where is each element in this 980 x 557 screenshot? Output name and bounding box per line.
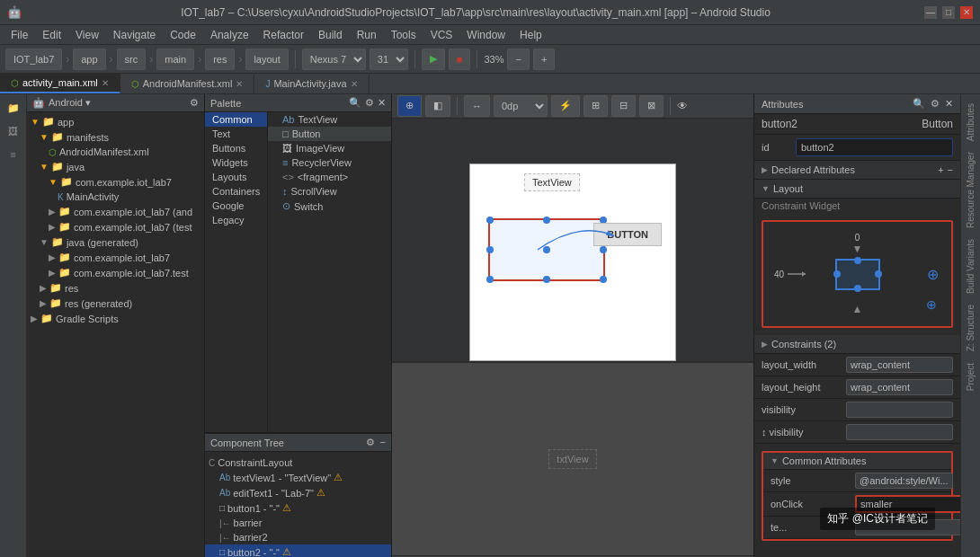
- palette-close-icon[interactable]: ✕: [378, 97, 386, 109]
- resize-handle-mr[interactable]: [600, 246, 607, 253]
- add-constraint-plus[interactable]: ⊕: [926, 297, 937, 312]
- menu-analyze[interactable]: Analyze: [203, 27, 256, 43]
- resize-handle-tl[interactable]: [486, 217, 494, 224]
- remove-attr-icon[interactable]: −: [948, 164, 953, 175]
- c-dot-right[interactable]: [875, 270, 882, 278]
- right-tab-resource-manager[interactable]: Resource Manager: [964, 146, 977, 234]
- menu-help[interactable]: Help: [512, 27, 549, 43]
- zoom-out-btn[interactable]: −: [507, 49, 529, 70]
- src-btn[interactable]: src: [117, 49, 147, 70]
- comp-minus-icon[interactable]: −: [380, 437, 386, 448]
- layout-btn[interactable]: layout: [245, 49, 288, 70]
- resource-manager-icon[interactable]: 🖼: [4, 121, 23, 141]
- panel-gear-icon[interactable]: ⚙: [190, 97, 199, 109]
- palette-cat-text[interactable]: Text: [205, 127, 267, 141]
- tree-gen-com[interactable]: ▶ 📁 com.example.iot_lab7: [27, 250, 204, 265]
- resize-handle-ml[interactable]: [486, 246, 494, 253]
- c-dot-top[interactable]: [854, 257, 861, 264]
- palette-search-icon[interactable]: 🔍: [349, 97, 361, 109]
- tab-main-activity[interactable]: J MainActivity.java ✕: [254, 74, 369, 93]
- comp-constraint-layout[interactable]: C ConstraintLayout: [205, 455, 391, 470]
- tab-java-close[interactable]: ✕: [351, 79, 358, 89]
- resize-handle-br[interactable]: [600, 276, 607, 283]
- structure-icon[interactable]: ≡: [4, 145, 23, 164]
- right-tab-build-variants[interactable]: Build Variants: [964, 234, 977, 299]
- menu-window[interactable]: Window: [459, 27, 512, 43]
- add-attr-icon[interactable]: +: [938, 164, 943, 175]
- tree-android-manifest[interactable]: ⬡ AndroidManifest.xml: [27, 145, 204, 159]
- declared-attrs-section[interactable]: ▶ Declared Attributes + −: [754, 161, 960, 180]
- add-right-constraint[interactable]: ⊕: [927, 267, 939, 282]
- maximize-button[interactable]: □: [942, 6, 955, 19]
- project-icon[interactable]: 📁: [4, 98, 23, 118]
- palette-item-imageview[interactable]: 🖼 ImageView: [268, 141, 391, 155]
- menu-vcs[interactable]: VCS: [423, 27, 460, 43]
- comp-button1[interactable]: □ button1 - "-" ⚠: [205, 500, 391, 516]
- constraints-section[interactable]: ▶ Constraints (2): [754, 335, 960, 354]
- run-button[interactable]: ▶: [422, 49, 445, 70]
- menu-tools[interactable]: Tools: [384, 27, 423, 43]
- comp-barrier[interactable]: |← barrier: [205, 516, 391, 530]
- tab-android-manifest[interactable]: ⬡ AndroidManifest.xml ✕: [120, 74, 255, 93]
- c-dot-bottom[interactable]: [854, 285, 861, 292]
- tree-gradle[interactable]: ▶ 📁 Gradle Scripts: [27, 311, 204, 326]
- palette-cat-widgets[interactable]: Widgets: [205, 155, 267, 170]
- constraint-btn[interactable]: ⚡: [551, 95, 580, 117]
- res-btn[interactable]: res: [205, 49, 235, 70]
- menu-view[interactable]: View: [68, 27, 106, 43]
- tree-manifests[interactable]: ▼ 📁 manifests: [27, 129, 204, 145]
- attr-id-input[interactable]: [796, 138, 953, 156]
- palette-cat-containers[interactable]: Containers: [205, 184, 267, 199]
- menu-edit[interactable]: Edit: [35, 27, 68, 43]
- tab-activity-main[interactable]: ⬡ activity_main.xml ✕: [0, 74, 120, 93]
- selected-widget-button2[interactable]: [488, 218, 605, 281]
- design-toggle-btn[interactable]: ◧: [425, 95, 450, 117]
- layout-section[interactable]: ▼ Layout: [754, 180, 960, 199]
- palette-cat-layouts[interactable]: Layouts: [205, 170, 267, 184]
- tab-close-btn[interactable]: ✕: [102, 78, 109, 88]
- palette-cat-buttons[interactable]: Buttons: [205, 141, 267, 155]
- menu-navigate[interactable]: Navigate: [106, 27, 163, 43]
- style-select[interactable]: @android:style/Wi...: [855, 473, 953, 489]
- comp-textview1[interactable]: Ab textView1 - "TextView" ⚠: [205, 470, 391, 485]
- visibility-select[interactable]: visible invisible gone: [846, 402, 953, 418]
- guidelines-btn[interactable]: ⊟: [611, 95, 636, 117]
- tab-manifest-close[interactable]: ✕: [236, 79, 243, 89]
- device-selector[interactable]: Nexus 7: [302, 49, 366, 70]
- rules-btn[interactable]: ⊠: [639, 95, 664, 117]
- right-tab-project[interactable]: Project: [964, 358, 977, 396]
- tree-app[interactable]: ▼ 📁 app: [27, 114, 204, 129]
- menu-build[interactable]: Build: [311, 27, 350, 43]
- align-btn[interactable]: ⊞: [584, 95, 608, 117]
- minimize-button[interactable]: —: [924, 6, 937, 19]
- button-canvas-widget[interactable]: BUTTON: [593, 223, 662, 246]
- design-mode-btn[interactable]: ⊕: [397, 95, 422, 117]
- common-attrs-header[interactable]: ▼ Common Attributes: [763, 453, 951, 470]
- palette-cat-common[interactable]: Common: [205, 112, 267, 127]
- palette-item-fragment[interactable]: <> <fragment>: [268, 170, 391, 184]
- tree-res[interactable]: ▶ 📁 res: [27, 280, 204, 296]
- attr-close-icon[interactable]: ✕: [945, 98, 953, 110]
- palette-item-button[interactable]: □ Button: [268, 127, 391, 141]
- tree-com-test[interactable]: ▶ 📁 com.example.iot_lab7 (test: [27, 219, 204, 234]
- attr-gear-icon[interactable]: ⚙: [931, 98, 940, 110]
- menu-refactor[interactable]: Refactor: [256, 27, 311, 43]
- api-selector[interactable]: 31: [370, 49, 408, 70]
- attr-search-icon[interactable]: 🔍: [913, 98, 925, 110]
- resize-handle-bl[interactable]: [486, 276, 494, 283]
- comp-barrier2[interactable]: |← barrier2: [205, 530, 391, 544]
- close-button[interactable]: ✕: [960, 6, 973, 19]
- device-combo[interactable]: 0dp: [494, 95, 548, 117]
- layout-width-select[interactable]: wrap_content match_parent fixed: [846, 357, 953, 373]
- c-dot-left[interactable]: [833, 270, 841, 278]
- menu-run[interactable]: Run: [350, 27, 384, 43]
- tree-java[interactable]: ▼ 📁 java: [27, 159, 204, 174]
- palette-gear-icon[interactable]: ⚙: [365, 97, 374, 109]
- right-tab-structure[interactable]: Z: Structure: [964, 299, 977, 357]
- comp-gear-icon[interactable]: ⚙: [366, 437, 375, 448]
- view-options-btn[interactable]: 👁: [677, 100, 688, 112]
- orient-btn[interactable]: ↔: [464, 95, 490, 117]
- main-btn[interactable]: main: [156, 49, 194, 70]
- tree-gen-test[interactable]: ▶ 📁 com.example.iot_lab7.test: [27, 265, 204, 280]
- palette-item-switch[interactable]: ⊙ Switch: [268, 199, 391, 214]
